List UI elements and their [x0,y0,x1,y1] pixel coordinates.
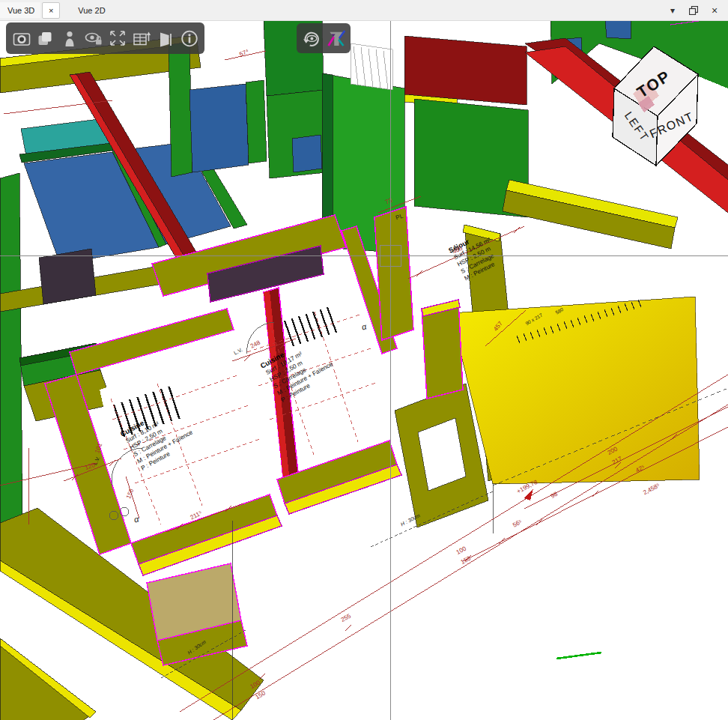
refresh-view-icon[interactable] [300,27,322,49]
app-window: { "tab_bar": { "tabs": [ {"label": "Vue … [0,0,728,720]
walkthrough-person-icon[interactable] [58,27,80,49]
window-menu-button[interactable]: ▾ [667,4,679,16]
tab-bar: Vue 3D × Vue 2D ▾ × [0,0,728,21]
window-controls: ▾ × [667,4,728,16]
view-toolbar [6,22,204,54]
door-icon[interactable] [154,27,176,49]
window-restore-button[interactable] [688,4,700,16]
window-close-button[interactable]: × [709,4,721,16]
filter-icon[interactable] [325,27,347,49]
restore-icon [689,6,698,15]
viewport-3d[interactable]: TOP LEFT FRONT CuisineSurf : 8,10 m²HSP … [0,20,728,720]
display-toolbar [297,23,351,53]
info-icon[interactable] [178,27,200,49]
eye-lock-icon[interactable] [82,27,104,49]
tab-close-button[interactable]: × [42,2,60,19]
tab-vue-2d[interactable]: Vue 2D [70,2,112,19]
snapshot-icon[interactable] [10,27,32,49]
layers-icon[interactable] [34,27,56,49]
zoom-fit-icon[interactable] [106,27,128,49]
floors-icon[interactable] [130,27,152,49]
tab-vue-3d[interactable]: Vue 3D [0,2,40,18]
